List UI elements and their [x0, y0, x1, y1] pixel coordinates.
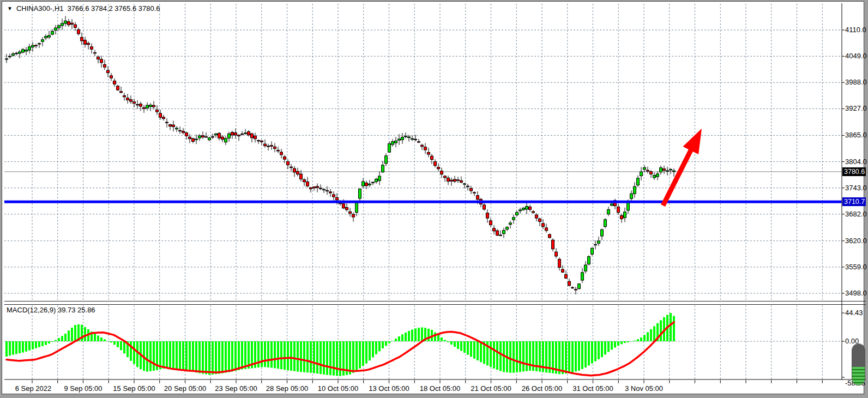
price-axis-tick-label: 4110.0 — [845, 26, 866, 34]
time-axis-tick-label: 3 Nov 05:00 — [614, 384, 674, 393]
price-axis-tick-label: 3559.0 — [845, 263, 867, 272]
symbol-dropdown-icon[interactable]: ▼ — [7, 5, 13, 11]
chart-header: ▼ CHINA300-,H1 3766.6 3784.2 3765.6 3780… — [7, 4, 160, 13]
price-axis-tick-label: 4049.0 — [845, 52, 867, 61]
price-axis-tick-label: 3682.0 — [845, 210, 867, 219]
price-axis-tick-label: 3804.0 — [845, 158, 867, 166]
support-line-price-tag: 3710.7 — [842, 197, 866, 206]
symbol-period-label: CHINA300-,H1 — [16, 4, 64, 13]
current-price-tag: 3780.6 — [842, 167, 866, 176]
chart-canvas[interactable] — [2, 2, 868, 398]
chart-area: ▼ CHINA300-,H1 3766.6 3784.2 3765.6 3780… — [2, 1, 864, 394]
macd-indicator-label: MACD(12,26,9) 39.73 25.86 — [7, 306, 95, 314]
price-axis-tick-label: 3927.0 — [845, 104, 867, 113]
price-axis-tick-label: 3620.0 — [845, 237, 867, 245]
scrollbar-thumb[interactable] — [852, 343, 865, 385]
ohlc-values: 3766.6 3784.2 3765.6 3780.6 — [68, 4, 160, 13]
price-axis-tick-label: 3988.0 — [845, 78, 867, 87]
scrollbar-thumb-grip — [852, 344, 865, 367]
scrollbar-thumb-stripes — [852, 367, 865, 385]
price-axis-tick-label: 3498.0 — [845, 289, 867, 298]
price-axis-tick-label: 3865.0 — [845, 131, 867, 140]
chart-window: ▼ CHINA300-,H1 3766.6 3784.2 3765.6 3780… — [0, 0, 868, 398]
macd-axis-tick-label: 44.43 — [845, 309, 863, 317]
price-axis-tick-label: 3743.0 — [845, 184, 867, 192]
